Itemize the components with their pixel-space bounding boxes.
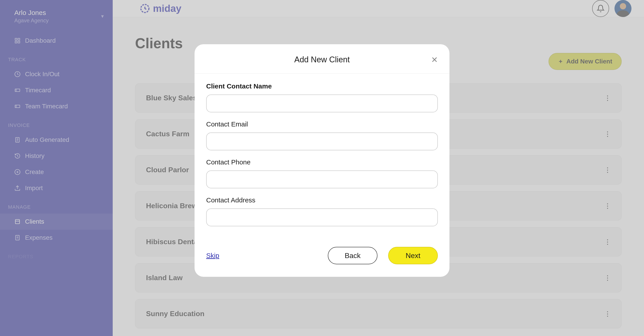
contact-name-input[interactable] — [206, 94, 438, 112]
next-button[interactable]: Next — [388, 247, 438, 264]
modal-title: Add New Client — [208, 55, 436, 64]
add-client-modal: Add New Client ✕ Client Contact Name Con… — [194, 44, 450, 277]
contact-address-label: Contact Address — [206, 196, 438, 204]
modal-overlay[interactable]: Add New Client ✕ Client Contact Name Con… — [0, 0, 644, 336]
close-icon[interactable]: ✕ — [431, 56, 438, 64]
contact-email-label: Contact Email — [206, 120, 438, 128]
contact-phone-input[interactable] — [206, 170, 438, 188]
contact-address-input[interactable] — [206, 208, 438, 226]
contact-name-label: Client Contact Name — [206, 82, 438, 90]
contact-phone-label: Contact Phone — [206, 158, 438, 166]
skip-link[interactable]: Skip — [206, 252, 219, 259]
contact-email-input[interactable] — [206, 132, 438, 150]
back-button[interactable]: Back — [328, 247, 378, 264]
